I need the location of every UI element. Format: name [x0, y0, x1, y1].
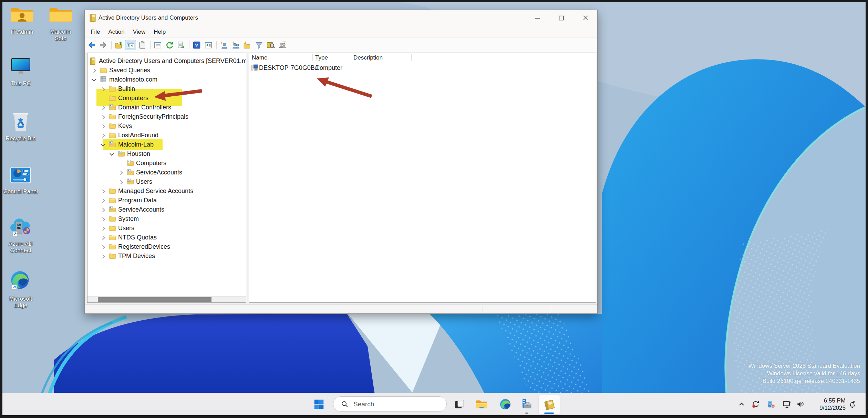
- taskbar-aduc-active[interactable]: [538, 395, 560, 415]
- expand-chevron-icon[interactable]: [101, 245, 105, 249]
- desktop-icon-malcolm-soto[interactable]: MalcolmSoto: [38, 6, 83, 42]
- taskbar-server-manager[interactable]: [519, 397, 535, 412]
- desktop-icon-this-pc[interactable]: This PC: [2, 57, 43, 87]
- tree-item-program-data[interactable]: Program Data: [87, 196, 246, 205]
- tree-item-serviceaccounts[interactable]: ServiceAccounts: [87, 168, 246, 177]
- tree-item-computers[interactable]: Computers: [87, 159, 246, 168]
- list-row-desktop-7g0g0bj[interactable]: DESKTOP-7G0G0BJComputer: [249, 63, 596, 73]
- tree-item-domain-controllers[interactable]: Domain Controllers: [87, 103, 246, 112]
- tree-item-tpm-devices[interactable]: TPM Devices: [87, 251, 246, 261]
- results-pane[interactable]: NameTypeDescription DESKTOP-7G0G0BJCompu…: [249, 53, 596, 303]
- expand-chevron-icon[interactable]: [101, 217, 105, 222]
- new-window-button[interactable]: [203, 40, 214, 50]
- expand-chevron-icon[interactable]: [101, 87, 105, 92]
- column-separator[interactable]: [411, 54, 412, 61]
- maximize-button[interactable]: [553, 10, 569, 26]
- tree-item-lostandfound[interactable]: LostAndFound: [87, 131, 246, 140]
- help-button[interactable]: ?: [191, 40, 202, 50]
- menu-help[interactable]: Help: [149, 26, 170, 37]
- forward-button[interactable]: [98, 40, 109, 50]
- tree-item-saved-queries[interactable]: Saved Queries: [87, 66, 246, 75]
- expand-chevron-icon[interactable]: [118, 171, 123, 175]
- desktop-icon-azure-ad-connect[interactable]: Azure ADConnect: [2, 216, 43, 254]
- tree-horizontal-scrollbar[interactable]: [87, 296, 246, 302]
- tree-item-label: ForeignSecurityPrincipals: [118, 112, 188, 121]
- tree-item-computers[interactable]: Computers: [87, 94, 246, 103]
- column-header-name[interactable]: Name: [252, 53, 267, 63]
- tray-notification-bell-icon[interactable]: [847, 399, 857, 409]
- column-header-type[interactable]: Type: [315, 53, 328, 63]
- expand-chevron-icon[interactable]: [101, 236, 105, 240]
- new-user-button[interactable]: [218, 40, 229, 50]
- taskbar-task-view[interactable]: [451, 397, 467, 412]
- taskbar-clock[interactable]: 6:55 PM 9/12/2025: [813, 397, 846, 411]
- tree-item-registereddevices[interactable]: RegisteredDevices: [87, 242, 246, 251]
- tree-item-keys[interactable]: Keys: [87, 121, 246, 131]
- taskbar-file-explorer[interactable]: [474, 397, 489, 412]
- tray-server-status-icon[interactable]: [766, 399, 776, 409]
- new-group-button[interactable]: [230, 40, 241, 50]
- tree-item-builtin[interactable]: Builtin: [87, 84, 246, 94]
- expand-chevron-icon[interactable]: [92, 68, 96, 73]
- expand-chevron-icon[interactable]: [101, 133, 105, 138]
- tree-item-users[interactable]: Users: [87, 224, 246, 233]
- export-list-button[interactable]: [176, 40, 187, 50]
- tray-sync-icon[interactable]: [751, 399, 761, 409]
- up-one-level-button[interactable]: [113, 40, 124, 50]
- tree-item-managed-service-accounts[interactable]: Managed Service Accounts: [87, 186, 246, 196]
- tree-item-houston[interactable]: Houston: [87, 149, 246, 159]
- expand-chevron-icon[interactable]: [101, 254, 105, 259]
- back-button[interactable]: [86, 40, 97, 50]
- menu-file[interactable]: File: [86, 26, 104, 37]
- start-button[interactable]: [312, 397, 326, 411]
- collapse-chevron-icon[interactable]: [92, 77, 96, 82]
- collapse-chevron-icon[interactable]: [101, 142, 105, 147]
- delegation-button[interactable]: [277, 40, 288, 50]
- tree-scrollbar-thumb[interactable]: [98, 297, 211, 302]
- menu-view[interactable]: View: [129, 26, 150, 37]
- taskbar-edge[interactable]: [497, 397, 513, 412]
- show-console-tree-button[interactable]: [125, 40, 136, 50]
- column-separator[interactable]: [351, 54, 351, 61]
- desktop-icon-control-panel[interactable]: Control Panel: [2, 166, 43, 195]
- refresh-button[interactable]: [164, 40, 175, 50]
- expand-chevron-icon[interactable]: [101, 124, 105, 129]
- new-ou-button[interactable]: [242, 40, 253, 50]
- clipboard-button[interactable]: [137, 40, 148, 50]
- collapse-chevron-icon[interactable]: [110, 151, 114, 156]
- minimize-button[interactable]: [529, 10, 545, 26]
- it-admin-icon: [9, 6, 35, 25]
- tree-item-active-directory-users-and-computers-server01-malco[interactable]: Active Directory Users and Computers [SE…: [87, 56, 246, 66]
- expand-chevron-icon[interactable]: [101, 226, 105, 231]
- filter-button[interactable]: [254, 40, 265, 50]
- tree-item-users[interactable]: Users: [87, 177, 246, 186]
- expand-chevron-icon[interactable]: [101, 106, 105, 110]
- expand-chevron-icon[interactable]: [118, 180, 123, 184]
- desktop-icon-microsoft-edge[interactable]: MicrosoftEdge: [2, 270, 43, 309]
- tree-item-system[interactable]: System: [87, 214, 246, 224]
- find-button[interactable]: [265, 40, 276, 50]
- close-button[interactable]: [578, 10, 593, 26]
- column-header-description[interactable]: Description: [353, 53, 383, 63]
- desktop-icon-label: Azure ADConnect: [2, 240, 43, 254]
- expand-chevron-icon[interactable]: [101, 199, 105, 203]
- column-separator[interactable]: [312, 54, 313, 61]
- expand-chevron-icon[interactable]: [101, 208, 105, 212]
- folder-icon: [109, 122, 116, 130]
- desktop-icon-recycle-bin[interactable]: Recycle Bin: [2, 111, 43, 142]
- expand-chevron-icon[interactable]: [101, 189, 105, 194]
- search-input[interactable]: Search: [333, 396, 447, 412]
- tray-volume-icon[interactable]: [795, 399, 806, 409]
- expand-chevron-icon[interactable]: [101, 115, 105, 119]
- ou-icon: [109, 206, 116, 213]
- menu-action[interactable]: Action: [104, 26, 128, 37]
- tray-hidden-icons-chevron[interactable]: [736, 399, 747, 409]
- tree-item-foreignsecurityprincipals[interactable]: ForeignSecurityPrincipals: [87, 112, 246, 121]
- tree-item-serviceaccounts[interactable]: ServiceAccounts: [87, 205, 246, 214]
- title-bar[interactable]: Active Directory Users and Computers: [85, 10, 597, 26]
- tree-item-malcolm-lab[interactable]: Malcolm-Lab: [87, 140, 246, 149]
- tray-display-network-icon[interactable]: [782, 399, 792, 409]
- tree-item-ntds-quotas[interactable]: NTDS Quotas: [87, 233, 246, 242]
- properties-button[interactable]: [152, 40, 163, 50]
- tree-item-malcolmsoto-com[interactable]: malcolmsoto.com: [87, 75, 246, 84]
